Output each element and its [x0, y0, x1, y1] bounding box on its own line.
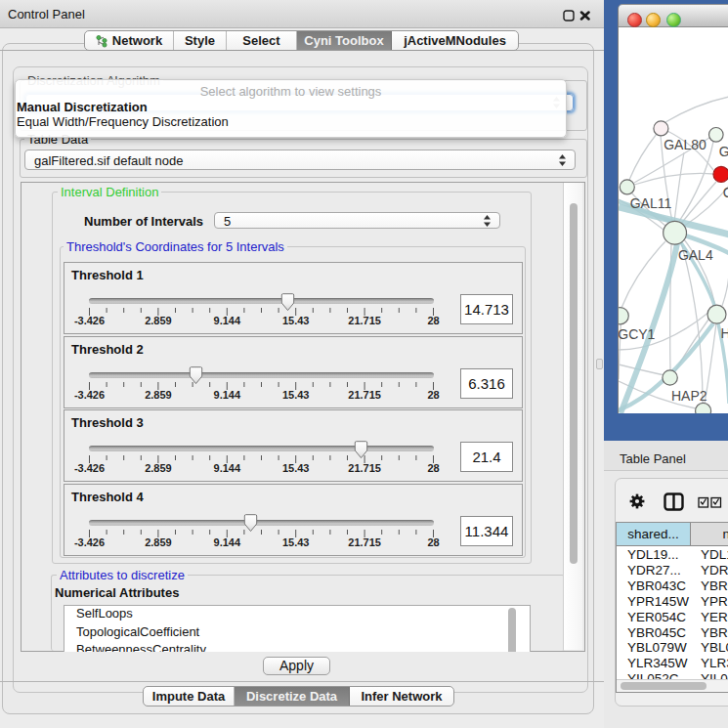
svg-text:C: C [723, 185, 728, 200]
svg-text:GCY1: GCY1 [619, 326, 656, 342]
svg-text:HAP2: HAP2 [671, 388, 707, 404]
svg-text:GAL11: GAL11 [630, 195, 672, 211]
svg-text:GA: GA [719, 144, 728, 159]
svg-text:H: H [721, 325, 728, 341]
svg-text:GAL80: GAL80 [664, 137, 707, 152]
svg-text:GAL4: GAL4 [678, 247, 713, 263]
